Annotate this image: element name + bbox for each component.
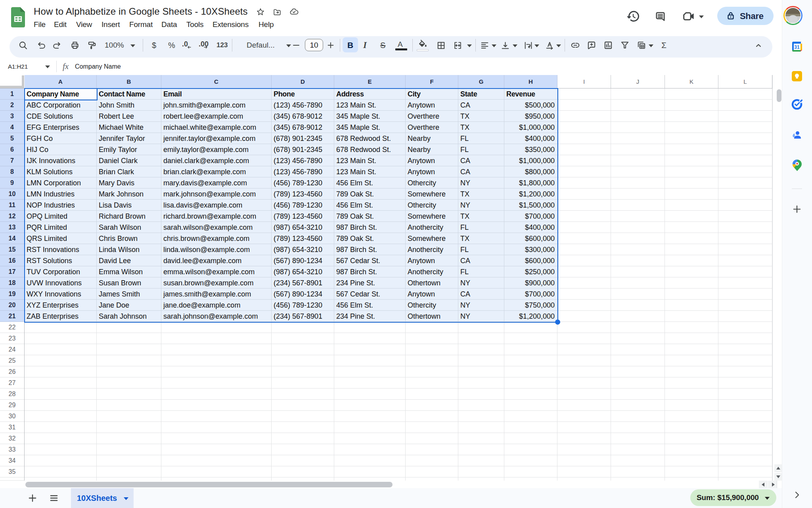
svg-text:31: 31 — [794, 44, 800, 50]
